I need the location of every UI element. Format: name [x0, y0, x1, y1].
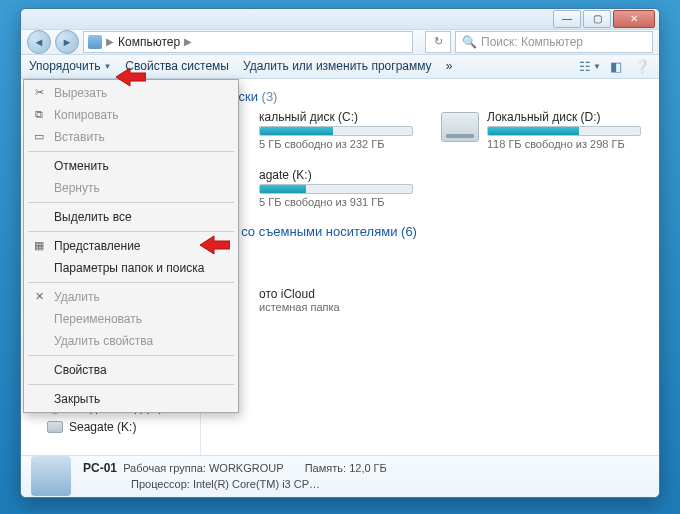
delete-icon: ✕ — [31, 289, 47, 305]
search-placeholder: Поиск: Компьютер — [481, 35, 583, 49]
drive-icon — [47, 419, 63, 435]
chevron-right-icon: ▶ — [184, 36, 192, 47]
folder-type: истемная папка — [259, 301, 340, 313]
menu-select-all[interactable]: Выделить все — [26, 206, 236, 228]
annotation-arrow — [200, 234, 230, 256]
titlebar: — ▢ ✕ — [21, 9, 659, 30]
chevron-down-icon: ▼ — [103, 62, 111, 71]
drive-item[interactable]: agate (K:) 5 ГБ свободно из 931 ГБ — [213, 168, 413, 208]
navigation-bar: ◄ ► ▶ Компьютер ▶ ↻ 🔍 Поиск: Компьютер — [21, 30, 659, 55]
drive-name: кальный диск (C:) — [259, 110, 413, 124]
chevron-right-icon: ▶ — [106, 36, 114, 47]
folder-name: ото iCloud — [259, 287, 340, 301]
details-pane: PC-01 Рабочая группа: WORKGROUP Память: … — [21, 455, 659, 497]
computer-icon — [88, 35, 102, 49]
refresh-button[interactable]: ↻ — [425, 31, 451, 53]
search-icon: 🔍 — [462, 35, 477, 49]
view-button[interactable]: ☷▼ — [581, 57, 599, 75]
sidebar-item-drive[interactable]: Seagate (K:) — [47, 417, 200, 437]
menu-remove-props[interactable]: Удалить свойства — [26, 330, 236, 352]
content-area: 🖥 Компьютер Локальный диск Локальный дис… — [21, 79, 659, 455]
drive-usage-bar — [259, 184, 413, 194]
annotation-arrow — [116, 66, 146, 88]
uninstall-program-button[interactable]: Удалить или изменить программу — [243, 59, 432, 73]
menu-paste[interactable]: ▭Вставить — [26, 126, 236, 148]
layout-icon: ▦ — [31, 238, 47, 254]
drive-usage-bar — [259, 126, 413, 136]
drive-usage-bar — [487, 126, 641, 136]
minimize-button[interactable]: — — [553, 10, 581, 28]
toolbar-more-button[interactable]: » — [446, 59, 453, 73]
paste-icon: ▭ — [31, 129, 47, 145]
forward-button[interactable]: ► — [55, 30, 79, 54]
cut-icon: ✂ — [31, 85, 47, 101]
help-button[interactable]: ❔ — [633, 57, 651, 75]
group-header-removable[interactable]: ▷ ва со съемными носителями (6) — [213, 222, 647, 245]
drive-item[interactable]: кальный диск (C:) 5 ГБ свободно из 232 Г… — [213, 110, 413, 150]
menu-copy[interactable]: ⧉Копировать — [26, 104, 236, 126]
back-button[interactable]: ◄ — [27, 30, 51, 54]
drive-free-text: 5 ГБ свободно из 931 ГБ — [259, 196, 413, 208]
menu-folder-options[interactable]: Параметры папок и поиска — [26, 257, 236, 279]
main-pane: ▷ диски (3) кальный диск (C:) 5 ГБ свобо… — [201, 79, 659, 455]
drive-name: agate (K:) — [259, 168, 413, 182]
copy-icon: ⧉ — [31, 107, 47, 123]
breadcrumb-item[interactable]: Компьютер — [118, 35, 180, 49]
svg-marker-0 — [116, 68, 146, 86]
maximize-button[interactable]: ▢ — [583, 10, 611, 28]
details-text: PC-01 Рабочая группа: WORKGROUP Память: … — [83, 460, 387, 492]
drive-icon — [441, 112, 479, 142]
menu-undo[interactable]: Отменить — [26, 155, 236, 177]
menu-rename[interactable]: Переименовать — [26, 308, 236, 330]
menu-close[interactable]: Закрыть — [26, 388, 236, 410]
group-header-hdd[interactable]: ▷ диски (3) — [213, 87, 647, 110]
menu-separator — [28, 231, 234, 232]
organize-button[interactable]: Упорядочить▼ — [29, 59, 111, 73]
drive-name: Локальный диск (D:) — [487, 110, 641, 124]
search-input[interactable]: 🔍 Поиск: Компьютер — [455, 31, 653, 53]
preview-pane-button[interactable]: ◧ — [607, 57, 625, 75]
computer-icon — [31, 456, 71, 496]
menu-separator — [28, 355, 234, 356]
drive-item[interactable]: Локальный диск (D:) 118 ГБ свободно из 2… — [441, 110, 641, 150]
menu-separator — [28, 151, 234, 152]
menu-separator — [28, 202, 234, 203]
svg-marker-1 — [200, 236, 230, 254]
menu-delete[interactable]: ✕Удалить — [26, 286, 236, 308]
menu-separator — [28, 282, 234, 283]
folder-item[interactable]: ото iCloud истемная папка — [213, 287, 647, 319]
drive-free-text: 118 ГБ свободно из 298 ГБ — [487, 138, 641, 150]
menu-properties[interactable]: Свойства — [26, 359, 236, 381]
close-button[interactable]: ✕ — [613, 10, 655, 28]
drive-free-text: 5 ГБ свободно из 232 ГБ — [259, 138, 413, 150]
menu-redo[interactable]: Вернуть — [26, 177, 236, 199]
menu-separator — [28, 384, 234, 385]
breadcrumb[interactable]: ▶ Компьютер ▶ — [83, 31, 413, 53]
